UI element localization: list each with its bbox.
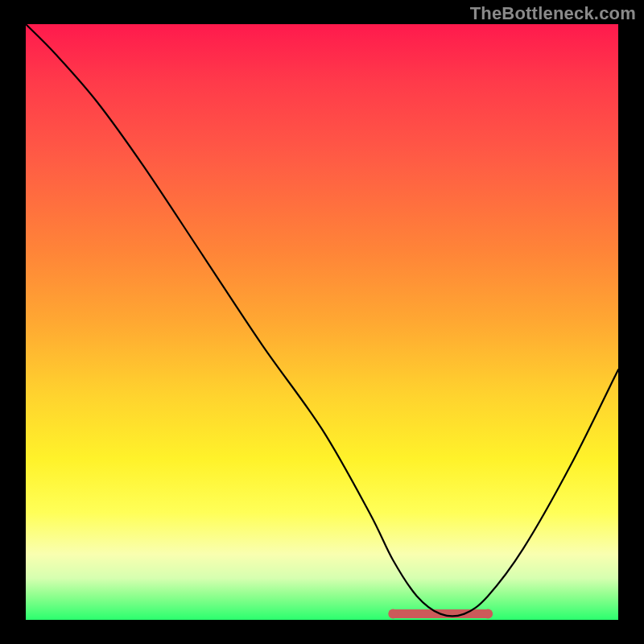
plot-area [26, 24, 618, 620]
watermark-text: TheBottleneck.com [470, 3, 636, 24]
highlight-start-dot [388, 609, 398, 619]
bottleneck-curve-path [26, 24, 618, 616]
highlight-end-dot [483, 609, 493, 619]
curve-layer [26, 24, 618, 620]
chart-frame: TheBottleneck.com [0, 0, 644, 644]
